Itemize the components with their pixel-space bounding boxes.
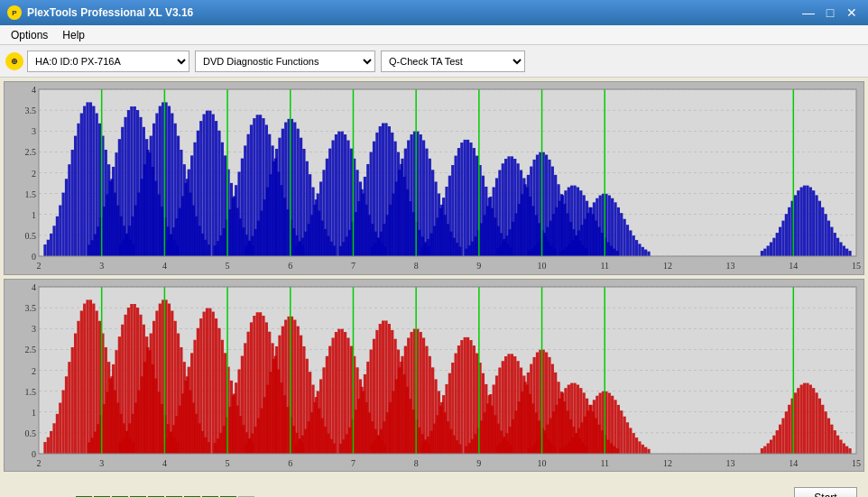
start-button[interactable]: Start (794, 487, 857, 497)
drive-selector: ⊕ HA:0 ID:0 PX-716A (5, 51, 189, 72)
chart-blue (4, 81, 864, 275)
titlebar: P PlexTools Professional XL V3.16 — □ ✕ (0, 0, 868, 25)
drive-dropdown[interactable]: HA:0 ID:0 PX-716A (27, 51, 189, 72)
close-button[interactable]: ✕ (843, 5, 861, 21)
maximize-button[interactable]: □ (821, 5, 839, 21)
bottom-panel: Jitter: 5 Peak Shift: 4 TA Quality Indic… (0, 475, 868, 497)
menubar: Options Help (0, 25, 868, 45)
app-icon: P (7, 5, 22, 20)
main-content (0, 78, 868, 475)
app-title: PlexTools Professional XL V3.16 (27, 6, 193, 19)
chart-red (4, 279, 864, 473)
chart-red-canvas (5, 280, 864, 473)
menu-help[interactable]: Help (55, 27, 92, 43)
titlebar-left: P PlexTools Professional XL V3.16 (7, 5, 193, 20)
menu-options[interactable]: Options (4, 27, 55, 43)
app-icon-text: P (12, 9, 16, 17)
function-dropdown[interactable]: DVD Diagnostic Functions (195, 51, 375, 72)
test-dropdown[interactable]: Q-Check TA Test (381, 51, 525, 72)
drive-icon-text: ⊕ (11, 57, 18, 66)
drive-icon: ⊕ (5, 52, 23, 70)
toolbar: ⊕ HA:0 ID:0 PX-716A DVD Diagnostic Funct… (0, 45, 868, 78)
start-section: Start i (794, 487, 861, 497)
titlebar-controls: — □ ✕ (799, 5, 861, 21)
chart-blue-canvas (5, 82, 864, 275)
minimize-button[interactable]: — (799, 5, 817, 21)
